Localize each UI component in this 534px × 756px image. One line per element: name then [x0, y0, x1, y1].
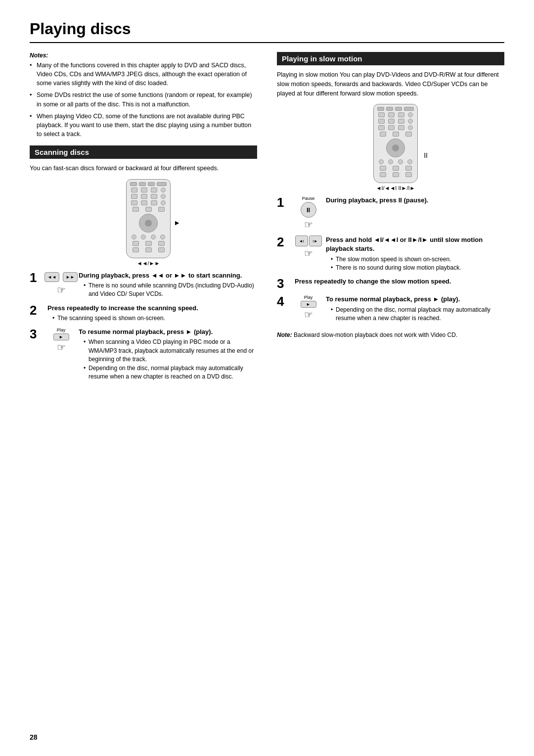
scan-step-3-bullet-1: Depending on the disc, normal playback m…: [84, 364, 257, 381]
scan-step-3-num: 3: [30, 328, 44, 340]
hand-icon-slow-2: ☞: [304, 247, 313, 259]
scan-step-2-title: Press repeatedly to increase the scannin…: [47, 304, 257, 313]
pause-label: Pause: [302, 196, 315, 201]
slow-step-1: 1 Pause II ☞ During playback, press II (…: [277, 196, 504, 231]
slow-step-4-num: 4: [277, 295, 292, 308]
page-number: 28: [30, 733, 38, 741]
scan-step-2-content: Press repeatedly to increase the scannin…: [47, 304, 257, 323]
scan-step-3: 3 Play ► ☞ To resume normal playback, pr…: [30, 328, 257, 381]
slow-motion-intro: Playing in slow motion You can play DVD-…: [277, 70, 504, 98]
note-item-2: Some DVDs restrict the use of some funct…: [30, 91, 257, 108]
slow-step-1-content: During playback, press II (pause).: [326, 196, 504, 206]
scanning-steps: 1 ◄◄ ►► ☞ During playback, press ◄◄ or ►…: [30, 271, 257, 381]
hand-icon-1: ☞: [57, 284, 66, 296]
slow-step-2-icon: ◄I I► ☞: [295, 236, 322, 259]
scanning-arrow-label: ◄◄/►►: [137, 260, 160, 266]
scan-step-3-icon: Play ► ☞: [47, 328, 75, 353]
note-label: Note:: [277, 331, 292, 338]
slow-step-2-title: Press and hold ◄I/◄◄I or II►/I► until sl…: [326, 236, 504, 253]
slow-step-4-content: To resume normal playback, press ► (play…: [326, 295, 504, 323]
slow-motion-section: Playing in slow motion Playing in slow m…: [277, 52, 504, 339]
hand-icon-3: ☞: [57, 341, 66, 353]
slow-step-2-bullet-1: There is no sound during slow motion pla…: [331, 264, 504, 272]
forward-btn: ►►: [63, 272, 78, 282]
rewind-btn: ◄◄: [44, 272, 59, 282]
hand-icon-slow-4: ☞: [304, 309, 313, 321]
slow-step-4-bullet-0: Depending on the disc, normal playback m…: [331, 306, 504, 323]
remote-control-slow: [373, 104, 418, 183]
scan-step-3-bullet-0: When scanning a Video CD playing in PBC …: [84, 338, 257, 364]
slow-step-3-content: Press repeatedly to change the slow moti…: [295, 277, 504, 287]
page-title: Playing discs: [30, 20, 504, 43]
slow-step-3-title: Press repeatedly to change the slow moti…: [295, 277, 504, 286]
scanning-arrow-indicator: ►: [174, 219, 180, 227]
scanning-discs-header: Scanning discs: [30, 145, 257, 159]
slow-rewind-btn: ◄I: [295, 236, 308, 246]
scanning-discs-section: Scanning discs You can fast-scan discs f…: [30, 145, 257, 381]
scan-step-3-body: When scanning a Video CD playing in PBC …: [79, 338, 257, 381]
scan-step-1-icon: ◄◄ ►► ☞: [47, 271, 75, 296]
note-item-1: Many of the functions covered in this ch…: [30, 61, 257, 88]
play-btn-4: ►: [301, 301, 316, 308]
scan-step-1-bullet-0: There is no sound while scanning DVDs (i…: [84, 282, 257, 299]
play-label-4: Play: [304, 295, 313, 300]
slow-step-2-num: 2: [277, 236, 292, 248]
play-btn-3: ►: [53, 333, 69, 340]
slow-step-4: 4 Play ► ☞ To resume normal playback, pr…: [277, 295, 504, 323]
pause-btn: II: [301, 202, 316, 218]
slow-step-3-num: 3: [277, 277, 292, 290]
slow-motion-arrow-indicator: II: [424, 151, 428, 159]
slow-motion-header: Playing in slow motion: [277, 52, 504, 65]
note-item-3: When playing Video CD, some of the funct…: [30, 112, 257, 139]
scan-step-1-content: During playback, press ◄◄ or ►► to start…: [79, 271, 257, 299]
slow-step-2: 2 ◄I I► ☞ Press and hold ◄I/◄◄I or II►/I…: [277, 236, 504, 272]
scan-step-2-body: The scanning speed is shown on-screen.: [47, 314, 257, 323]
slow-step-2-bullet-0: The slow motion speed is shown on-screen…: [331, 255, 504, 264]
notes-label: Notes:: [30, 52, 257, 59]
notes-section: Notes: Many of the functions covered in …: [30, 52, 257, 139]
hand-icon-slow-1: ☞: [304, 219, 313, 231]
scan-step-2-num: 2: [30, 304, 44, 317]
left-column: Notes: Many of the functions covered in …: [30, 52, 257, 386]
slow-step-4-title: To resume normal playback, press ► (play…: [326, 295, 504, 304]
scan-step-1-title: During playback, press ◄◄ or ►► to start…: [79, 271, 257, 280]
slow-forward-btn: I►: [309, 236, 322, 246]
slow-motion-arrow-label: ◄I/◄◄I II►/I►: [376, 185, 415, 191]
slow-step-3: 3 Press repeatedly to change the slow mo…: [277, 277, 504, 290]
slow-step-4-body: Depending on the disc, normal playback m…: [326, 306, 504, 323]
slow-step-2-body: The slow motion speed is shown on-screen…: [326, 255, 504, 273]
slow-motion-remote-illustration: II ◄I/◄◄I II►/I►: [287, 104, 504, 191]
note-text: Backward slow-motion playback does not w…: [294, 331, 457, 338]
scan-step-3-title: To resume normal playback, press ► (play…: [79, 328, 257, 336]
scan-step-2: 2 Press repeatedly to increase the scann…: [30, 304, 257, 323]
remote-control-image: [126, 179, 171, 258]
scan-step-1-num: 1: [30, 271, 44, 284]
scanning-discs-intro: You can fast-scan discs forward or backw…: [30, 164, 257, 173]
slow-step-1-icon: Pause II ☞: [295, 196, 322, 231]
scan-step-2-bullet-0: The scanning speed is shown on-screen.: [52, 314, 257, 323]
scan-step-3-play-label: Play: [57, 328, 66, 332]
notes-list: Many of the functions covered in this ch…: [30, 61, 257, 139]
scan-step-1: 1 ◄◄ ►► ☞ During playback, press ◄◄ or ►…: [30, 271, 257, 299]
scan-step-3-content: To resume normal playback, press ► (play…: [79, 328, 257, 381]
slow-step-4-icon: Play ► ☞: [295, 295, 322, 321]
scan-step-1-body: There is no sound while scanning DVDs (i…: [79, 282, 257, 299]
slow-motion-note: Note: Backward slow-motion playback does…: [277, 331, 504, 339]
slow-motion-steps: 1 Pause II ☞ During playback, press II (…: [277, 196, 504, 323]
slow-step-1-num: 1: [277, 196, 292, 209]
slow-step-1-title: During playback, press II (pause).: [326, 196, 504, 205]
slow-step-2-content: Press and hold ◄I/◄◄I or II►/I► until sl…: [326, 236, 504, 272]
scanning-remote-illustration: ► ◄◄/►►: [40, 179, 257, 266]
right-column: Playing in slow motion Playing in slow m…: [277, 52, 504, 386]
